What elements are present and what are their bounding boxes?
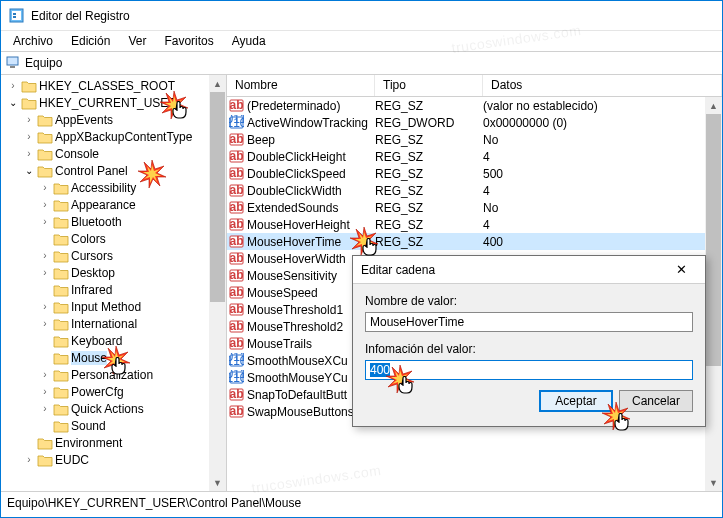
tree-scrollbar[interactable]: ▲ ▼: [209, 75, 226, 491]
binary-value-icon: [227, 370, 245, 385]
root-node-label: Equipo: [25, 56, 62, 70]
value-type: REG_SZ: [375, 235, 483, 249]
list-row[interactable]: BeepREG_SZNo: [227, 131, 722, 148]
edit-string-dialog: Editar cadena ✕ Nombre de valor: MouseHo…: [352, 255, 706, 427]
value-name: DoubleClickWidth: [245, 184, 375, 198]
tree-cursors[interactable]: ›Cursors: [1, 247, 226, 264]
value-name: MouseHoverTime: [245, 235, 375, 249]
tree-bluetooth[interactable]: ›Bluetooth: [1, 213, 226, 230]
value-data: No: [483, 201, 722, 215]
list-row[interactable]: (Predeterminado)REG_SZ(valor no establec…: [227, 97, 722, 114]
menubar: Archivo Edición Ver Favoritos Ayuda: [1, 31, 722, 51]
tree-eudc[interactable]: ›EUDC: [1, 451, 226, 468]
list-row[interactable]: DoubleClickSpeedREG_SZ500: [227, 165, 722, 182]
scroll-down-icon[interactable]: ▼: [705, 474, 722, 491]
close-icon[interactable]: ✕: [665, 262, 697, 277]
tree-appearance[interactable]: ›Appearance: [1, 196, 226, 213]
folder-icon: [53, 368, 69, 382]
col-name[interactable]: Nombre: [227, 75, 375, 96]
titlebar: Editor del Registro: [1, 1, 722, 31]
tree-hkcu[interactable]: ⌄HKEY_CURRENT_USER: [1, 94, 226, 111]
value-data: (valor no establecido): [483, 99, 722, 113]
value-data: 0x00000000 (0): [483, 116, 722, 130]
value-name: DoubleClickSpeed: [245, 167, 375, 181]
tree-personalization[interactable]: ›Personalization: [1, 366, 226, 383]
ok-button[interactable]: Aceptar: [539, 390, 613, 412]
root-node[interactable]: Equipo: [5, 55, 62, 71]
tree-accessibility[interactable]: ›Accessibility: [1, 179, 226, 196]
folder-icon: [21, 96, 37, 110]
value-name: Beep: [245, 133, 375, 147]
dialog-title: Editar cadena: [361, 263, 435, 277]
col-type[interactable]: Tipo: [375, 75, 483, 96]
folder-icon: [53, 317, 69, 331]
list-header: Nombre Tipo Datos: [227, 75, 722, 97]
list-row[interactable]: ExtendedSoundsREG_SZNo: [227, 199, 722, 216]
tree-cpl[interactable]: ⌄Control Panel: [1, 162, 226, 179]
folder-icon: [53, 181, 69, 195]
tree-international[interactable]: ›International: [1, 315, 226, 332]
value-name: DoubleClickHeight: [245, 150, 375, 164]
value-name: ExtendedSounds: [245, 201, 375, 215]
value-name-label: Nombre de valor:: [365, 294, 693, 308]
menu-file[interactable]: Archivo: [5, 32, 61, 50]
value-data: 4: [483, 150, 722, 164]
list-row[interactable]: ActiveWindowTrackingREG_DWORD0x00000000 …: [227, 114, 722, 131]
tree-quickactions[interactable]: ›Quick Actions: [1, 400, 226, 417]
tree-powercfg[interactable]: ›PowerCfg: [1, 383, 226, 400]
tree-keyboard[interactable]: Keyboard: [1, 332, 226, 349]
col-data[interactable]: Datos: [483, 75, 722, 96]
value-name-field[interactable]: MouseHoverTime: [365, 312, 693, 332]
folder-icon: [53, 334, 69, 348]
string-value-icon: [227, 319, 245, 334]
menu-help[interactable]: Ayuda: [224, 32, 274, 50]
value-data-field[interactable]: 400: [365, 360, 693, 380]
value-type: REG_DWORD: [375, 116, 483, 130]
list-row[interactable]: MouseHoverTimeREG_SZ400: [227, 233, 722, 250]
menu-favorites[interactable]: Favoritos: [156, 32, 221, 50]
folder-icon: [53, 283, 69, 297]
cancel-button[interactable]: Cancelar: [619, 390, 693, 412]
statusbar: Equipo\HKEY_CURRENT_USER\Control Panel\M…: [1, 491, 722, 513]
tree-colors[interactable]: Colors: [1, 230, 226, 247]
menu-view[interactable]: Ver: [120, 32, 154, 50]
folder-icon: [53, 198, 69, 212]
value-data: 500: [483, 167, 722, 181]
tree-appevents[interactable]: ›AppEvents: [1, 111, 226, 128]
folder-icon: [53, 249, 69, 263]
menu-edit[interactable]: Edición: [63, 32, 118, 50]
value-type: REG_SZ: [375, 150, 483, 164]
scroll-up-icon[interactable]: ▲: [209, 75, 226, 92]
scroll-up-icon[interactable]: ▲: [705, 97, 722, 114]
folder-icon: [53, 266, 69, 280]
tree-hkcr[interactable]: ›HKEY_CLASSES_ROOT: [1, 77, 226, 94]
value-name: (Predeterminado): [245, 99, 375, 113]
list-scrollbar[interactable]: ▲ ▼: [705, 97, 722, 491]
tree-inputmethod[interactable]: ›Input Method: [1, 298, 226, 315]
tree-appx[interactable]: ›AppXBackupContentType: [1, 128, 226, 145]
tree-sound[interactable]: Sound: [1, 417, 226, 434]
string-value-icon: [227, 387, 245, 402]
list-row[interactable]: MouseHoverHeightREG_SZ4: [227, 216, 722, 233]
string-value-icon: [227, 217, 245, 232]
value-type: REG_SZ: [375, 133, 483, 147]
scroll-down-icon[interactable]: ▼: [209, 474, 226, 491]
binary-value-icon: [227, 353, 245, 368]
list-row[interactable]: DoubleClickWidthREG_SZ4: [227, 182, 722, 199]
binary-value-icon: [227, 115, 245, 130]
toolbar: Equipo: [1, 51, 722, 75]
string-value-icon: [227, 98, 245, 113]
string-value-icon: [227, 404, 245, 419]
string-value-icon: [227, 234, 245, 249]
tree-infrared[interactable]: Infrared: [1, 281, 226, 298]
string-value-icon: [227, 200, 245, 215]
folder-icon: [53, 419, 69, 433]
tree-console[interactable]: ›Console: [1, 145, 226, 162]
tree-mouse[interactable]: Mouse: [1, 349, 226, 366]
value-type: REG_SZ: [375, 99, 483, 113]
list-row[interactable]: DoubleClickHeightREG_SZ4: [227, 148, 722, 165]
tree-desktop[interactable]: ›Desktop: [1, 264, 226, 281]
string-value-icon: [227, 336, 245, 351]
tree-environment[interactable]: Environment: [1, 434, 226, 451]
value-type: REG_SZ: [375, 167, 483, 181]
